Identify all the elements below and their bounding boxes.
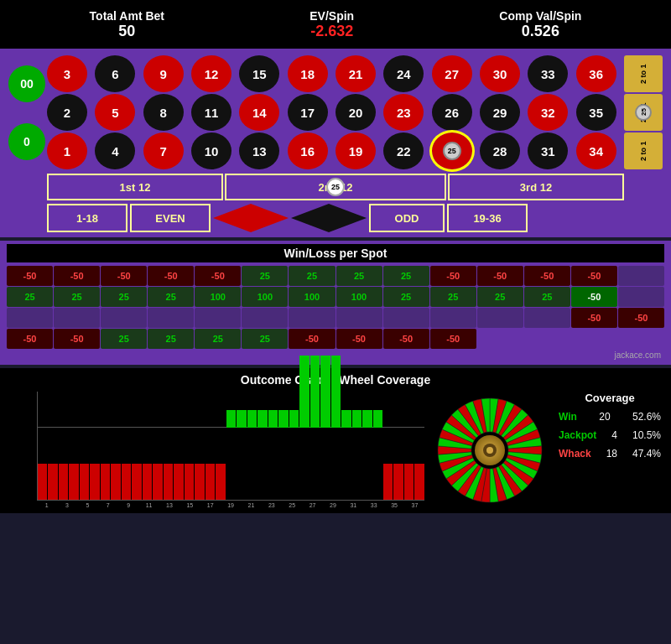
- number-7[interactable]: 7: [143, 132, 184, 169]
- green-column: 00 0: [8, 55, 45, 169]
- bar-wrapper: [352, 392, 362, 500]
- wl-cell: [618, 287, 664, 307]
- comp-val-spin: Comp Val/Spin 0.526: [499, 9, 581, 40]
- bar: [226, 410, 236, 428]
- bet-odd[interactable]: ODD: [369, 204, 445, 232]
- number-23[interactable]: 23: [383, 94, 424, 131]
- number-1[interactable]: 1: [47, 132, 87, 169]
- bar-wrapper: [393, 392, 403, 500]
- number-22[interactable]: 22: [383, 132, 424, 169]
- wl-cell: [148, 308, 194, 328]
- number-12[interactable]: 12: [191, 55, 231, 92]
- wl-cell: -50: [7, 329, 53, 349]
- side-bet-top[interactable]: 2 to 1: [624, 55, 663, 92]
- number-31[interactable]: 31: [528, 132, 568, 169]
- number-25[interactable]: 2525: [432, 132, 472, 169]
- bar: [174, 464, 183, 500]
- bar: [216, 464, 225, 500]
- bar: [278, 410, 288, 428]
- ev-spin: EV/Spin -2.632: [309, 9, 354, 40]
- number-34[interactable]: 34: [576, 132, 616, 169]
- number-30[interactable]: 30: [480, 55, 520, 92]
- dozen-3rd[interactable]: 3rd 12: [448, 174, 624, 200]
- wl-cell: -50: [148, 266, 194, 286]
- number-17[interactable]: 17: [288, 94, 328, 131]
- bar: [132, 464, 141, 500]
- wl-cell: 25: [524, 287, 570, 307]
- number-18[interactable]: 18: [288, 55, 328, 92]
- number-13[interactable]: 13: [239, 132, 279, 169]
- bar: [404, 464, 414, 500]
- header: Total Amt Bet 50 EV/Spin -2.632 Comp Val…: [0, 0, 671, 49]
- number-29[interactable]: 29: [480, 94, 520, 131]
- coverage-whack-pct: 47.4%: [632, 448, 661, 460]
- bet-red[interactable]: [213, 204, 289, 232]
- number-00[interactable]: 00: [8, 65, 45, 102]
- x-label: 31: [344, 502, 363, 508]
- dozen-2nd[interactable]: 2nd 12 25: [225, 174, 446, 200]
- side-bet-bot[interactable]: 2 to 1: [624, 132, 663, 169]
- number-36[interactable]: 36: [576, 55, 616, 92]
- winloss-section: Win/Loss per Spot -50-50-50-50-502525252…: [0, 241, 671, 365]
- number-33[interactable]: 33: [528, 55, 568, 92]
- number-14[interactable]: 14: [239, 94, 279, 131]
- bar-wrapper: [362, 392, 372, 500]
- number-15[interactable]: 15: [239, 55, 279, 92]
- number-28[interactable]: 28: [480, 132, 520, 169]
- bet-black[interactable]: [291, 204, 367, 232]
- bar-wrapper: [289, 392, 299, 500]
- bar: [320, 356, 330, 428]
- x-label: 29: [323, 502, 342, 508]
- bar-wrapper: [111, 392, 120, 500]
- number-20[interactable]: 20: [336, 94, 376, 131]
- number-32[interactable]: 32: [528, 94, 568, 131]
- number-10[interactable]: 10: [191, 132, 231, 169]
- number-0[interactable]: 0: [8, 123, 45, 160]
- number-21[interactable]: 21: [336, 55, 376, 92]
- x-label: 1: [37, 502, 56, 508]
- dozen-1st[interactable]: 1st 12: [47, 174, 223, 200]
- number-9[interactable]: 9: [143, 55, 184, 92]
- bar-wrapper: [90, 392, 99, 500]
- bet-even[interactable]: EVEN: [130, 204, 211, 232]
- bar-wrapper: [132, 392, 141, 500]
- bar: [247, 410, 257, 428]
- bar-chart: [37, 392, 424, 501]
- x-label: 37: [405, 502, 424, 508]
- wl-cell: -50: [477, 266, 523, 286]
- number-19[interactable]: 19: [336, 132, 376, 169]
- coverage-title: Coverage: [555, 392, 664, 404]
- number-6[interactable]: 6: [95, 55, 135, 92]
- wl-cell: [101, 308, 147, 328]
- number-8[interactable]: 8: [143, 94, 184, 131]
- bar: [257, 410, 267, 428]
- wl-cell: 100: [242, 287, 288, 307]
- x-label: 25: [283, 502, 302, 508]
- roulette-wheel: [435, 396, 544, 505]
- bar: [352, 410, 362, 428]
- wl-cell: 25: [336, 266, 382, 286]
- number-26[interactable]: 26: [432, 94, 472, 131]
- side-bet-mid[interactable]: 2 to 1 25: [624, 94, 663, 131]
- number-2[interactable]: 2: [47, 94, 87, 131]
- number-5[interactable]: 5: [95, 94, 135, 131]
- wl-cell: -50: [54, 266, 100, 286]
- bar-wrapper: [404, 392, 414, 500]
- bar: [362, 410, 372, 428]
- x-label: 27: [303, 502, 322, 508]
- coverage-whack-row: Whack 18 47.4%: [555, 446, 664, 461]
- number-4[interactable]: 4: [95, 132, 135, 169]
- number-24[interactable]: 24: [383, 55, 424, 92]
- bar-wrapper: [310, 392, 320, 500]
- bar-wrapper: [122, 392, 131, 500]
- bet-1-18[interactable]: 1-18: [47, 204, 127, 232]
- number-3[interactable]: 3: [47, 55, 87, 92]
- number-27[interactable]: 27: [432, 55, 472, 92]
- bet-19-36[interactable]: 19-36: [447, 204, 528, 232]
- number-16[interactable]: 16: [288, 132, 328, 169]
- number-35[interactable]: 35: [576, 94, 616, 131]
- bar: [101, 464, 110, 500]
- bar-wrapper: [205, 392, 215, 500]
- number-11[interactable]: 11: [191, 94, 231, 131]
- bar-wrapper: [38, 392, 47, 500]
